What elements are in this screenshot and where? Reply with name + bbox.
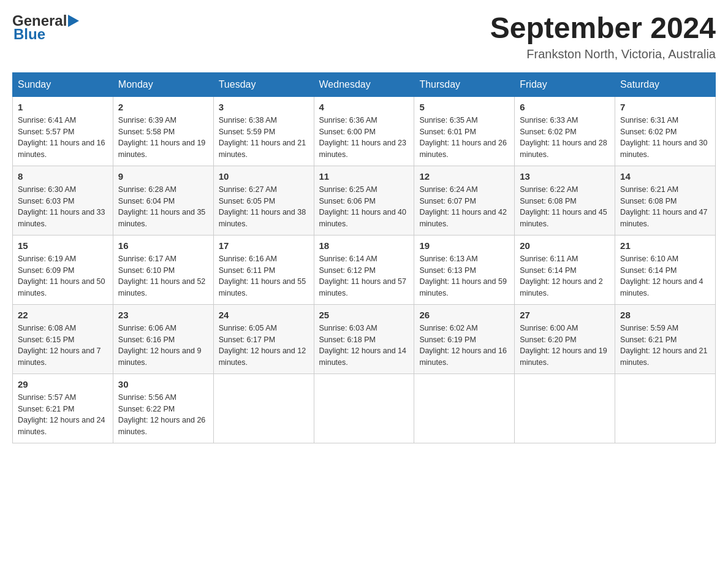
table-row: 8 Sunrise: 6:30 AMSunset: 6:03 PMDayligh…	[13, 166, 113, 235]
table-row: 11 Sunrise: 6:25 AMSunset: 6:06 PMDaylig…	[314, 166, 414, 235]
day-info: Sunrise: 6:16 AMSunset: 6:11 PMDaylight:…	[219, 253, 309, 299]
table-row: 6 Sunrise: 6:33 AMSunset: 6:02 PMDayligh…	[515, 96, 615, 166]
title-block: September 2024 Frankston North, Victoria…	[490, 12, 716, 61]
table-row: 14 Sunrise: 6:21 AMSunset: 6:08 PMDaylig…	[615, 166, 716, 235]
day-number: 8	[18, 171, 108, 182]
day-number: 18	[319, 240, 409, 251]
day-number: 2	[118, 102, 208, 112]
day-number: 13	[520, 171, 610, 182]
day-number: 21	[620, 240, 710, 251]
table-row: 4 Sunrise: 6:36 AMSunset: 6:00 PMDayligh…	[314, 96, 414, 166]
day-number: 20	[520, 240, 610, 251]
day-number: 11	[319, 171, 409, 182]
table-row: 10 Sunrise: 6:27 AMSunset: 6:05 PMDaylig…	[213, 166, 314, 235]
day-number: 6	[520, 102, 610, 112]
day-number: 26	[419, 310, 509, 320]
location-title: Frankston North, Victoria, Australia	[490, 47, 716, 61]
day-info: Sunrise: 6:30 AMSunset: 6:03 PMDaylight:…	[18, 184, 108, 230]
day-info: Sunrise: 6:25 AMSunset: 6:06 PMDaylight:…	[319, 184, 409, 230]
calendar-table: Sunday Monday Tuesday Wednesday Thursday…	[12, 72, 716, 443]
day-info: Sunrise: 5:56 AMSunset: 6:22 PMDaylight:…	[118, 392, 208, 438]
day-info: Sunrise: 6:10 AMSunset: 6:14 PMDaylight:…	[620, 253, 710, 299]
header-sunday: Sunday	[13, 72, 113, 96]
day-number: 1	[18, 102, 108, 112]
day-info: Sunrise: 6:14 AMSunset: 6:12 PMDaylight:…	[319, 253, 409, 299]
day-number: 17	[219, 240, 309, 251]
svg-marker-0	[68, 15, 79, 27]
day-number: 9	[118, 171, 208, 182]
table-row: 12 Sunrise: 6:24 AMSunset: 6:07 PMDaylig…	[414, 166, 515, 235]
day-number: 29	[18, 379, 108, 389]
calendar-week-row: 1 Sunrise: 6:41 AMSunset: 5:57 PMDayligh…	[13, 96, 716, 166]
table-row: 21 Sunrise: 6:10 AMSunset: 6:14 PMDaylig…	[615, 235, 716, 304]
day-number: 30	[118, 379, 208, 389]
day-number: 10	[219, 171, 309, 182]
day-info: Sunrise: 6:22 AMSunset: 6:08 PMDaylight:…	[520, 184, 610, 230]
day-info: Sunrise: 6:19 AMSunset: 6:09 PMDaylight:…	[18, 253, 108, 299]
day-info: Sunrise: 6:03 AMSunset: 6:18 PMDaylight:…	[319, 323, 409, 369]
calendar-week-row: 8 Sunrise: 6:30 AMSunset: 6:03 PMDayligh…	[13, 166, 716, 235]
logo-arrow-icon	[68, 15, 79, 27]
day-number: 5	[419, 102, 509, 112]
day-number: 16	[118, 240, 208, 251]
table-row	[515, 373, 615, 443]
table-row: 27 Sunrise: 6:00 AMSunset: 6:20 PMDaylig…	[515, 304, 615, 373]
day-number: 7	[620, 102, 710, 112]
day-info: Sunrise: 6:27 AMSunset: 6:05 PMDaylight:…	[219, 184, 309, 230]
header-wednesday: Wednesday	[314, 72, 414, 96]
day-number: 25	[319, 310, 409, 320]
day-number: 24	[219, 310, 309, 320]
day-info: Sunrise: 6:24 AMSunset: 6:07 PMDaylight:…	[419, 184, 509, 230]
header-monday: Monday	[113, 72, 213, 96]
day-info: Sunrise: 6:00 AMSunset: 6:20 PMDaylight:…	[520, 323, 610, 369]
table-row: 29 Sunrise: 5:57 AMSunset: 6:21 PMDaylig…	[13, 373, 113, 443]
day-number: 22	[18, 310, 108, 320]
table-row: 9 Sunrise: 6:28 AMSunset: 6:04 PMDayligh…	[113, 166, 213, 235]
day-number: 15	[18, 240, 108, 251]
day-number: 14	[620, 171, 710, 182]
day-number: 27	[520, 310, 610, 320]
table-row: 19 Sunrise: 6:13 AMSunset: 6:13 PMDaylig…	[414, 235, 515, 304]
page-header: General Blue September 2024 Frankston No…	[12, 12, 716, 61]
table-row	[414, 373, 515, 443]
day-info: Sunrise: 6:11 AMSunset: 6:14 PMDaylight:…	[520, 253, 610, 299]
calendar-week-row: 29 Sunrise: 5:57 AMSunset: 6:21 PMDaylig…	[13, 373, 716, 443]
day-info: Sunrise: 6:13 AMSunset: 6:13 PMDaylight:…	[419, 253, 509, 299]
day-info: Sunrise: 6:41 AMSunset: 5:57 PMDaylight:…	[18, 115, 108, 161]
table-row: 30 Sunrise: 5:56 AMSunset: 6:22 PMDaylig…	[113, 373, 213, 443]
header-saturday: Saturday	[615, 72, 716, 96]
logo: General Blue	[12, 12, 79, 43]
day-info: Sunrise: 6:06 AMSunset: 6:16 PMDaylight:…	[118, 323, 208, 369]
day-info: Sunrise: 6:39 AMSunset: 5:58 PMDaylight:…	[118, 115, 208, 161]
table-row: 23 Sunrise: 6:06 AMSunset: 6:16 PMDaylig…	[113, 304, 213, 373]
header-thursday: Thursday	[414, 72, 515, 96]
table-row: 20 Sunrise: 6:11 AMSunset: 6:14 PMDaylig…	[515, 235, 615, 304]
day-info: Sunrise: 6:17 AMSunset: 6:10 PMDaylight:…	[118, 253, 208, 299]
table-row: 25 Sunrise: 6:03 AMSunset: 6:18 PMDaylig…	[314, 304, 414, 373]
calendar-week-row: 15 Sunrise: 6:19 AMSunset: 6:09 PMDaylig…	[13, 235, 716, 304]
table-row: 3 Sunrise: 6:38 AMSunset: 5:59 PMDayligh…	[213, 96, 314, 166]
day-info: Sunrise: 6:36 AMSunset: 6:00 PMDaylight:…	[319, 115, 409, 161]
month-title: September 2024	[490, 12, 716, 45]
table-row: 15 Sunrise: 6:19 AMSunset: 6:09 PMDaylig…	[13, 235, 113, 304]
table-row	[314, 373, 414, 443]
day-info: Sunrise: 6:21 AMSunset: 6:08 PMDaylight:…	[620, 184, 710, 230]
header-friday: Friday	[515, 72, 615, 96]
table-row	[213, 373, 314, 443]
day-info: Sunrise: 6:38 AMSunset: 5:59 PMDaylight:…	[219, 115, 309, 161]
table-row: 17 Sunrise: 6:16 AMSunset: 6:11 PMDaylig…	[213, 235, 314, 304]
table-row: 13 Sunrise: 6:22 AMSunset: 6:08 PMDaylig…	[515, 166, 615, 235]
table-row	[615, 373, 716, 443]
day-info: Sunrise: 6:33 AMSunset: 6:02 PMDaylight:…	[520, 115, 610, 161]
table-row: 16 Sunrise: 6:17 AMSunset: 6:10 PMDaylig…	[113, 235, 213, 304]
calendar-week-row: 22 Sunrise: 6:08 AMSunset: 6:15 PMDaylig…	[13, 304, 716, 373]
table-row: 22 Sunrise: 6:08 AMSunset: 6:15 PMDaylig…	[13, 304, 113, 373]
table-row: 26 Sunrise: 6:02 AMSunset: 6:19 PMDaylig…	[414, 304, 515, 373]
day-info: Sunrise: 6:02 AMSunset: 6:19 PMDaylight:…	[419, 323, 509, 369]
day-info: Sunrise: 6:31 AMSunset: 6:02 PMDaylight:…	[620, 115, 710, 161]
day-info: Sunrise: 6:28 AMSunset: 6:04 PMDaylight:…	[118, 184, 208, 230]
day-info: Sunrise: 5:57 AMSunset: 6:21 PMDaylight:…	[18, 392, 108, 438]
day-info: Sunrise: 6:35 AMSunset: 6:01 PMDaylight:…	[419, 115, 509, 161]
table-row: 2 Sunrise: 6:39 AMSunset: 5:58 PMDayligh…	[113, 96, 213, 166]
table-row: 28 Sunrise: 5:59 AMSunset: 6:21 PMDaylig…	[615, 304, 716, 373]
